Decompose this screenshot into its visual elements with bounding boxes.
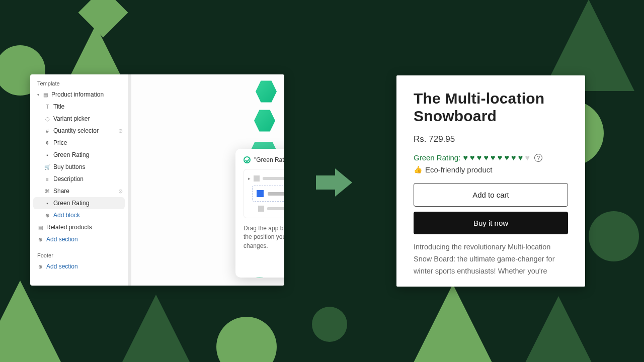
sidebar-item-label: Share: [53, 188, 69, 195]
sidebar-item-product-information[interactable]: ▾ ▤ Product information: [30, 88, 128, 101]
heart-icon: ♥: [491, 153, 496, 162]
heart-icon: ♥: [518, 153, 523, 162]
product-price: Rs. 729.95: [414, 134, 568, 144]
sidebar-item-related-products[interactable]: ▤ Related products: [30, 221, 128, 233]
sidebar-item-green-rating[interactable]: ▪ Green Rating: [30, 149, 128, 161]
buy-it-now-button[interactable]: Buy it now: [414, 212, 568, 234]
section-icon: ▤: [42, 92, 48, 98]
bg-circle: [312, 307, 347, 342]
sidebar-item-label: Green Rating: [53, 200, 89, 207]
bg-circle: [589, 211, 639, 261]
block-added-popover: "Green Rating" added × ▸ ✊ Drag the app …: [235, 149, 284, 278]
bg-tree: [114, 295, 198, 362]
text-icon: T: [44, 104, 50, 110]
bg-tree: [0, 281, 76, 362]
section-icon: ▤: [37, 224, 43, 230]
sidebar-item-label: Add section: [46, 236, 78, 243]
add-section-footer-link[interactable]: ⊕ Add section: [30, 260, 128, 273]
heart-icon: ♥: [463, 153, 468, 162]
sidebar-heading-template: Template: [30, 77, 128, 88]
divider: [128, 74, 131, 286]
check-circle-icon: [244, 156, 251, 163]
sidebar-item-label: Add section: [46, 263, 78, 270]
sidebar-item-label: Title: [53, 103, 64, 110]
sidebar-item-price[interactable]: ¢ Price: [30, 137, 128, 149]
cart-icon: 🛒: [44, 164, 50, 170]
heart-icon: ♥: [477, 153, 482, 162]
bg-circle: [216, 317, 277, 362]
share-icon: ⌘: [44, 188, 50, 194]
sidebar-item-description[interactable]: ≡ Description: [30, 173, 128, 185]
preview-hexagon-icon: [254, 109, 275, 133]
hidden-icon: ⊘: [118, 128, 123, 134]
variant-icon: ◌: [44, 116, 50, 122]
preview-hexagon-icon: [256, 79, 277, 104]
drag-diagram-highlight: ✊: [252, 186, 284, 202]
product-title: The Multi-location Snowboard: [414, 89, 568, 125]
hash-icon: #: [44, 128, 50, 134]
add-block-link[interactable]: ⊕ Add block: [30, 209, 128, 221]
product-description: Introducing the revolutionary Multi-loca…: [414, 241, 568, 278]
hidden-icon: ⊘: [118, 188, 123, 195]
green-rating-row: Green Rating: ♥ ♥ ♥ ♥ ♥ ♥ ♥ ♥ ♥ ♥ ?: [414, 153, 568, 162]
sidebar-item-label: Description: [53, 175, 84, 183]
green-rating-hearts: ♥ ♥ ♥ ♥ ♥ ♥ ♥ ♥ ♥ ♥: [463, 153, 530, 162]
chevron-down-icon: ▾: [37, 93, 39, 97]
heart-icon: ♥: [504, 153, 509, 162]
popover-title: "Green Rating" added: [254, 156, 284, 163]
sidebar-item-label: Quantity selector: [53, 127, 99, 134]
thumbs-up-icon: 👍: [414, 165, 422, 173]
heart-icon: ♥: [498, 153, 503, 162]
heart-icon: ♥: [484, 153, 489, 162]
sidebar-item-variant-picker[interactable]: ◌ Variant picker: [30, 113, 128, 125]
add-section-link[interactable]: ⊕ Add section: [30, 233, 128, 245]
sidebar-item-quantity-selector[interactable]: # Quantity selector ⊘: [30, 125, 128, 137]
help-icon[interactable]: ?: [534, 154, 542, 162]
heart-icon: ♥: [470, 153, 475, 162]
sidebar-item-label: Related products: [46, 224, 92, 231]
bg-tree: [400, 284, 506, 362]
sidebar-item-label: Add block: [53, 212, 80, 219]
theme-preview-pane: "Green Rating" added × ▸ ✊ Drag the app …: [128, 74, 284, 286]
sidebar-heading-footer: Footer: [30, 249, 128, 260]
sidebar-item-label: Product information: [51, 91, 104, 98]
block-icon: [257, 190, 264, 197]
theme-editor-panel: Template ▾ ▤ Product information T Title…: [30, 74, 284, 286]
block-icon: ▪: [44, 200, 50, 206]
arrow-right-icon: [316, 168, 352, 197]
popover-body: Drag the app block up or down to move it…: [244, 224, 284, 250]
sidebar-item-buy-buttons[interactable]: 🛒 Buy buttons: [30, 161, 128, 173]
sidebar-item-label: Price: [53, 139, 67, 146]
plus-circle-icon: ⊕: [37, 263, 43, 269]
heart-icon: ♥: [525, 153, 530, 162]
eco-friendly-row: 👍 Eco-friendly product: [414, 165, 568, 174]
sidebar-item-label: Buy buttons: [53, 163, 85, 170]
heart-icon: ♥: [511, 153, 516, 162]
sidebar-item-share[interactable]: ⌘ Share ⊘: [30, 185, 128, 197]
green-rating-label: Green Rating:: [414, 153, 460, 162]
sidebar-item-label: Green Rating: [53, 151, 89, 158]
add-to-cart-button[interactable]: Add to cart: [414, 183, 568, 207]
list-icon: ≡: [44, 176, 50, 182]
theme-editor-sidebar: Template ▾ ▤ Product information T Title…: [30, 74, 128, 286]
drag-diagram: ▸ ✊: [244, 169, 284, 218]
sidebar-item-title[interactable]: T Title: [30, 101, 128, 113]
eco-friendly-label: Eco-friendly product: [425, 165, 492, 174]
plus-circle-icon: ⊕: [37, 236, 43, 242]
sidebar-item-green-rating-selected[interactable]: ▪ Green Rating: [33, 197, 125, 209]
block-icon: ▪: [44, 152, 50, 158]
bg-tree: [513, 296, 604, 362]
price-icon: ¢: [44, 140, 50, 146]
sidebar-item-label: Variant picker: [53, 115, 90, 122]
product-preview-card: The Multi-location Snowboard Rs. 729.95 …: [396, 75, 585, 287]
plus-circle-icon: ⊕: [44, 212, 50, 218]
